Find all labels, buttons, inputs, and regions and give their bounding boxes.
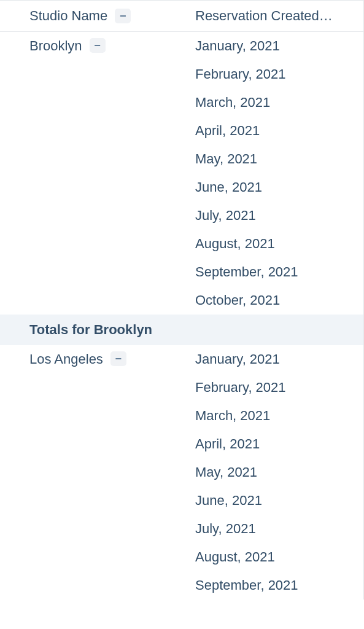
table-row[interactable]: June, 2021 bbox=[195, 173, 363, 201]
table-row[interactable]: May, 2021 bbox=[195, 145, 363, 173]
table-row[interactable]: May, 2021 bbox=[195, 458, 363, 486]
collapse-group-button[interactable]: − bbox=[110, 351, 126, 366]
table-header-row: Studio Name − Reservation Created … bbox=[0, 0, 363, 32]
collapse-group-button[interactable]: − bbox=[90, 38, 106, 53]
table-row[interactable]: April, 2021 bbox=[195, 117, 363, 145]
table-row[interactable]: July, 2021 bbox=[195, 201, 363, 230]
totals-label: Totals for Brooklyn bbox=[29, 322, 152, 337]
column-header-reservation[interactable]: Reservation Created … bbox=[166, 8, 363, 24]
totals-row-brooklyn[interactable]: Totals for Brooklyn bbox=[0, 314, 363, 345]
truncation-ellipsis: … bbox=[319, 8, 333, 24]
table-row[interactable]: July, 2021 bbox=[195, 515, 363, 543]
column-header-label: Studio Name bbox=[29, 8, 107, 24]
months-column: January, 2021 February, 2021 March, 2021… bbox=[166, 32, 363, 314]
table-row[interactable]: September, 2021 bbox=[195, 571, 363, 600]
group-label-cell: Brooklyn − bbox=[0, 32, 166, 314]
table-row[interactable]: January, 2021 bbox=[195, 32, 363, 60]
minus-icon: − bbox=[115, 353, 122, 364]
table-row[interactable]: August, 2021 bbox=[195, 230, 363, 258]
table-row[interactable]: April, 2021 bbox=[195, 430, 363, 458]
table-row[interactable]: February, 2021 bbox=[195, 373, 363, 402]
group-los-angeles: Los Angeles − January, 2021 February, 20… bbox=[0, 345, 363, 600]
collapse-all-button[interactable]: − bbox=[115, 9, 131, 23]
table-row[interactable]: June, 2021 bbox=[195, 486, 363, 515]
table-row[interactable]: March, 2021 bbox=[195, 402, 363, 430]
table-row[interactable]: October, 2021 bbox=[195, 286, 363, 314]
group-name: Los Angeles bbox=[29, 351, 103, 367]
months-column: January, 2021 February, 2021 March, 2021… bbox=[166, 345, 363, 600]
table-row[interactable]: February, 2021 bbox=[195, 60, 363, 88]
group-label-cell: Los Angeles − bbox=[0, 345, 166, 600]
table-row[interactable]: September, 2021 bbox=[195, 258, 363, 286]
table-row[interactable]: August, 2021 bbox=[195, 543, 363, 571]
group-brooklyn: Brooklyn − January, 2021 February, 2021 … bbox=[0, 32, 363, 314]
minus-icon: − bbox=[94, 40, 101, 51]
column-header-studio[interactable]: Studio Name − bbox=[0, 8, 166, 24]
column-header-label: Reservation Created bbox=[195, 8, 319, 24]
table-row[interactable]: March, 2021 bbox=[195, 88, 363, 117]
minus-icon: − bbox=[120, 10, 126, 21]
group-name: Brooklyn bbox=[29, 38, 82, 54]
data-table: Studio Name − Reservation Created … Broo… bbox=[0, 0, 364, 600]
table-row[interactable]: January, 2021 bbox=[195, 345, 363, 373]
